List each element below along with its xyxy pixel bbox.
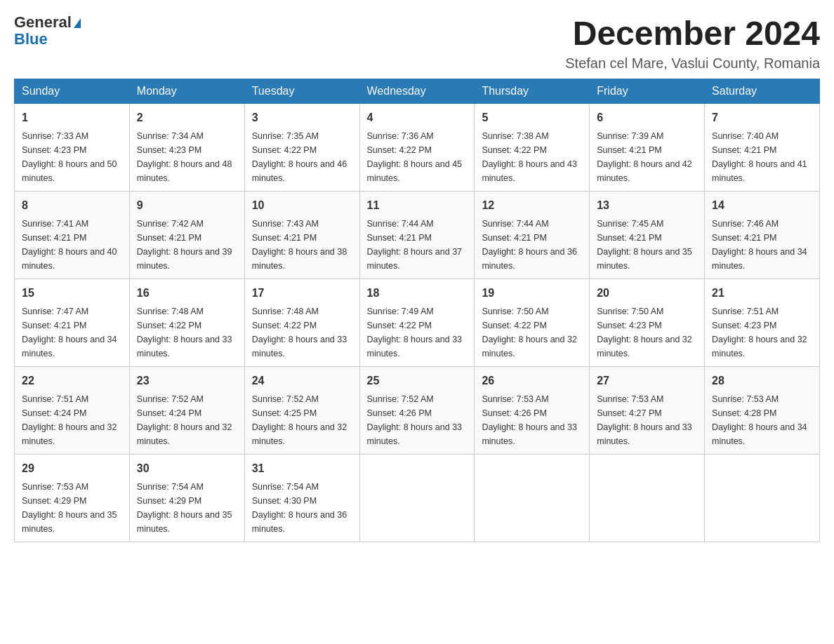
calendar-cell: 13 Sunrise: 7:45 AM Sunset: 4:21 PM Dayl…	[590, 192, 705, 279]
day-number: 9	[137, 197, 237, 214]
day-info: Sunrise: 7:41 AM Sunset: 4:21 PM Dayligh…	[22, 217, 122, 273]
day-info: Sunrise: 7:53 AM Sunset: 4:28 PM Dayligh…	[712, 392, 812, 448]
calendar-cell: 21 Sunrise: 7:51 AM Sunset: 4:23 PM Dayl…	[705, 279, 820, 367]
day-number: 13	[597, 197, 697, 214]
day-number: 6	[597, 109, 697, 126]
calendar-cell: 22 Sunrise: 7:51 AM Sunset: 4:24 PM Dayl…	[15, 367, 130, 455]
day-info: Sunrise: 7:40 AM Sunset: 4:21 PM Dayligh…	[712, 129, 812, 185]
day-info: Sunrise: 7:53 AM Sunset: 4:29 PM Dayligh…	[22, 480, 122, 536]
calendar-cell: 3 Sunrise: 7:35 AM Sunset: 4:22 PM Dayli…	[244, 104, 359, 192]
day-info: Sunrise: 7:45 AM Sunset: 4:21 PM Dayligh…	[597, 217, 697, 273]
calendar-cell: 16 Sunrise: 7:48 AM Sunset: 4:22 PM Dayl…	[129, 279, 244, 367]
calendar-cell: 10 Sunrise: 7:43 AM Sunset: 4:21 PM Dayl…	[244, 192, 359, 279]
logo: General Blue	[14, 14, 81, 48]
day-number: 22	[22, 373, 122, 389]
calendar-cell: 14 Sunrise: 7:46 AM Sunset: 4:21 PM Dayl…	[705, 192, 820, 279]
day-number: 1	[22, 109, 122, 126]
day-number: 20	[597, 285, 697, 302]
day-number: 18	[367, 285, 468, 302]
calendar-cell: 1 Sunrise: 7:33 AM Sunset: 4:23 PM Dayli…	[15, 104, 130, 192]
location-subtitle: Stefan cel Mare, Vaslui County, Romania	[565, 55, 820, 72]
day-info: Sunrise: 7:39 AM Sunset: 4:21 PM Dayligh…	[597, 129, 697, 185]
day-info: Sunrise: 7:51 AM Sunset: 4:23 PM Dayligh…	[712, 304, 812, 361]
calendar-cell	[359, 455, 475, 542]
day-number: 5	[482, 109, 582, 126]
day-number: 25	[367, 373, 468, 389]
calendar-cell: 26 Sunrise: 7:53 AM Sunset: 4:26 PM Dayl…	[475, 367, 590, 455]
day-number: 12	[482, 197, 582, 214]
day-info: Sunrise: 7:35 AM Sunset: 4:22 PM Dayligh…	[252, 129, 352, 185]
month-year-title: December 2024	[565, 14, 820, 53]
day-info: Sunrise: 7:52 AM Sunset: 4:26 PM Dayligh…	[367, 392, 468, 448]
day-number: 14	[712, 197, 812, 214]
day-number: 27	[597, 373, 697, 389]
day-number: 4	[367, 109, 468, 126]
calendar-cell: 11 Sunrise: 7:44 AM Sunset: 4:21 PM Dayl…	[359, 192, 475, 279]
calendar-cell: 20 Sunrise: 7:50 AM Sunset: 4:23 PM Dayl…	[590, 279, 705, 367]
day-number: 21	[712, 285, 812, 302]
calendar-cell: 18 Sunrise: 7:49 AM Sunset: 4:22 PM Dayl…	[359, 279, 475, 367]
day-number: 24	[252, 373, 352, 389]
week-row-3: 15 Sunrise: 7:47 AM Sunset: 4:21 PM Dayl…	[15, 279, 820, 367]
day-info: Sunrise: 7:52 AM Sunset: 4:24 PM Dayligh…	[137, 392, 237, 448]
day-number: 8	[22, 197, 122, 214]
calendar-cell: 25 Sunrise: 7:52 AM Sunset: 4:26 PM Dayl…	[359, 367, 475, 455]
calendar-table: Sunday Monday Tuesday Wednesday Thursday…	[14, 79, 820, 542]
day-info: Sunrise: 7:36 AM Sunset: 4:22 PM Dayligh…	[367, 129, 468, 185]
calendar-cell	[475, 455, 590, 542]
calendar-cell	[590, 455, 705, 542]
week-row-2: 8 Sunrise: 7:41 AM Sunset: 4:21 PM Dayli…	[15, 192, 820, 279]
week-row-5: 29 Sunrise: 7:53 AM Sunset: 4:29 PM Dayl…	[15, 455, 820, 542]
day-number: 30	[137, 460, 237, 477]
week-row-4: 22 Sunrise: 7:51 AM Sunset: 4:24 PM Dayl…	[15, 367, 820, 455]
day-info: Sunrise: 7:54 AM Sunset: 4:29 PM Dayligh…	[137, 480, 237, 536]
calendar-header-row: Sunday Monday Tuesday Wednesday Thursday…	[15, 79, 820, 104]
calendar-cell: 28 Sunrise: 7:53 AM Sunset: 4:28 PM Dayl…	[705, 367, 820, 455]
day-info: Sunrise: 7:44 AM Sunset: 4:21 PM Dayligh…	[482, 217, 582, 273]
col-thursday: Thursday	[475, 79, 590, 104]
calendar-cell: 5 Sunrise: 7:38 AM Sunset: 4:22 PM Dayli…	[475, 104, 590, 192]
col-wednesday: Wednesday	[359, 79, 475, 104]
day-number: 28	[712, 373, 812, 389]
day-info: Sunrise: 7:44 AM Sunset: 4:21 PM Dayligh…	[367, 217, 468, 273]
col-saturday: Saturday	[705, 79, 820, 104]
day-info: Sunrise: 7:49 AM Sunset: 4:22 PM Dayligh…	[367, 304, 468, 361]
day-number: 11	[367, 197, 468, 214]
day-info: Sunrise: 7:51 AM Sunset: 4:24 PM Dayligh…	[22, 392, 122, 448]
day-info: Sunrise: 7:50 AM Sunset: 4:22 PM Dayligh…	[482, 304, 582, 361]
day-number: 10	[252, 197, 352, 214]
day-number: 26	[482, 373, 582, 389]
day-number: 29	[22, 460, 122, 477]
calendar-cell: 23 Sunrise: 7:52 AM Sunset: 4:24 PM Dayl…	[129, 367, 244, 455]
day-number: 19	[482, 285, 582, 302]
calendar-cell: 12 Sunrise: 7:44 AM Sunset: 4:21 PM Dayl…	[475, 192, 590, 279]
day-info: Sunrise: 7:50 AM Sunset: 4:23 PM Dayligh…	[597, 304, 697, 361]
calendar-cell: 30 Sunrise: 7:54 AM Sunset: 4:29 PM Dayl…	[129, 455, 244, 542]
page-header: General Blue December 2024 Stefan cel Ma…	[14, 14, 820, 72]
day-info: Sunrise: 7:46 AM Sunset: 4:21 PM Dayligh…	[712, 217, 812, 273]
day-number: 16	[137, 285, 237, 302]
day-info: Sunrise: 7:38 AM Sunset: 4:22 PM Dayligh…	[482, 129, 582, 185]
day-info: Sunrise: 7:54 AM Sunset: 4:30 PM Dayligh…	[252, 480, 352, 536]
day-number: 7	[712, 109, 812, 126]
logo-triangle-icon	[74, 18, 81, 28]
day-number: 17	[252, 285, 352, 302]
day-info: Sunrise: 7:33 AM Sunset: 4:23 PM Dayligh…	[22, 129, 122, 185]
day-info: Sunrise: 7:53 AM Sunset: 4:27 PM Dayligh…	[597, 392, 697, 448]
calendar-cell: 19 Sunrise: 7:50 AM Sunset: 4:22 PM Dayl…	[475, 279, 590, 367]
calendar-cell: 2 Sunrise: 7:34 AM Sunset: 4:23 PM Dayli…	[129, 104, 244, 192]
calendar-cell: 27 Sunrise: 7:53 AM Sunset: 4:27 PM Dayl…	[590, 367, 705, 455]
calendar-cell: 31 Sunrise: 7:54 AM Sunset: 4:30 PM Dayl…	[244, 455, 359, 542]
day-info: Sunrise: 7:34 AM Sunset: 4:23 PM Dayligh…	[137, 129, 237, 185]
col-tuesday: Tuesday	[244, 79, 359, 104]
day-info: Sunrise: 7:48 AM Sunset: 4:22 PM Dayligh…	[137, 304, 237, 361]
calendar-cell: 15 Sunrise: 7:47 AM Sunset: 4:21 PM Dayl…	[15, 279, 130, 367]
col-sunday: Sunday	[15, 79, 130, 104]
calendar-cell: 9 Sunrise: 7:42 AM Sunset: 4:21 PM Dayli…	[129, 192, 244, 279]
day-number: 23	[137, 373, 237, 389]
week-row-1: 1 Sunrise: 7:33 AM Sunset: 4:23 PM Dayli…	[15, 104, 820, 192]
calendar-cell: 29 Sunrise: 7:53 AM Sunset: 4:29 PM Dayl…	[15, 455, 130, 542]
calendar-cell: 24 Sunrise: 7:52 AM Sunset: 4:25 PM Dayl…	[244, 367, 359, 455]
day-info: Sunrise: 7:47 AM Sunset: 4:21 PM Dayligh…	[22, 304, 122, 361]
day-number: 31	[252, 460, 352, 477]
